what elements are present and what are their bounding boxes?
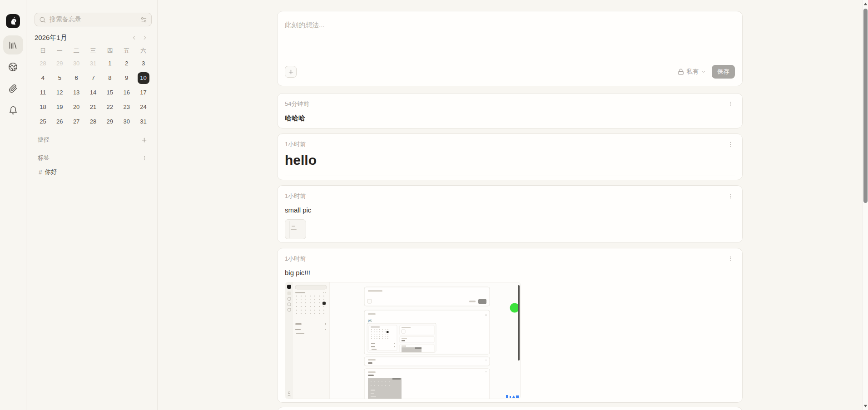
calendar-day[interactable]: 29 (101, 116, 118, 128)
calendar-day[interactable]: 9 (118, 72, 135, 84)
tag-item[interactable]: # 你好 (35, 168, 152, 176)
calendar-day[interactable]: 16 (118, 87, 135, 99)
calendar-next-button[interactable] (141, 34, 149, 42)
calendar-day[interactable]: 22 (101, 101, 118, 113)
calendar-day[interactable]: 21 (85, 101, 102, 113)
memo-image-small[interactable] (285, 219, 306, 239)
search-input[interactable]: 搜索备忘录 (35, 13, 152, 26)
calendar-day[interactable]: 18 (35, 101, 51, 113)
memo-timestamp: 1小时前 (285, 140, 306, 148)
scrollbar-thumb[interactable] (863, 9, 868, 203)
calendar-day[interactable]: 25 (35, 116, 51, 128)
add-shortcut-button[interactable] (141, 137, 148, 143)
calendar-weekday: 日 (35, 45, 51, 56)
scrollbar-down-arrow[interactable] (863, 404, 868, 408)
bell-icon (9, 106, 18, 115)
memo-timestamp: 1小时前 (285, 255, 306, 263)
sidebar-item-attachments[interactable] (3, 79, 23, 98)
calendar-day[interactable]: 12 (51, 87, 68, 99)
composer-input[interactable]: 此刻的想法... (285, 21, 735, 30)
calendar-day[interactable]: 14 (85, 87, 102, 99)
search-placeholder: 搜索备忘录 (50, 15, 137, 24)
tags-menu-button[interactable] (141, 155, 148, 161)
calendar-day[interactable]: 31 (85, 58, 102, 69)
calendar-weekday: 一 (51, 45, 68, 56)
calendar-day[interactable]: 17 (135, 87, 152, 99)
calendar-title: 2026年1月 (35, 34, 67, 42)
calendar-weekday: 四 (101, 45, 118, 56)
library-icon (8, 40, 18, 50)
nav-rail (0, 0, 26, 410)
calendar-day[interactable]: 20 (68, 101, 85, 113)
chevron-down-icon (701, 69, 706, 74)
calendar-day[interactable]: 30 (118, 116, 135, 128)
memo-menu-button[interactable] (726, 192, 735, 201)
rail-nav (3, 35, 23, 120)
calendar-weekdays: 日一二三四五六 (35, 45, 152, 56)
memo-menu-button[interactable] (726, 254, 735, 263)
memo-composer: 此刻的想法... 私有 保存 (277, 11, 743, 86)
calendar-day[interactable]: 29 (51, 58, 68, 69)
memo-menu-button[interactable] (726, 99, 735, 109)
calendar-prev-button[interactable] (130, 34, 138, 42)
calendar-day[interactable]: 28 (85, 116, 102, 128)
sidebar: 搜索备忘录 2026年1月 日一二三四五六 282930311234567891… (26, 0, 158, 410)
tags-section: 标签 (35, 152, 152, 164)
memo-image-big-content: pic (285, 282, 521, 399)
avatar[interactable] (6, 14, 20, 28)
memo-card: 1小时前 hello (277, 133, 743, 180)
divider (285, 176, 735, 176)
memos-logo-icon (8, 16, 18, 26)
memo-content: 哈哈哈 (285, 114, 735, 123)
calendar-day[interactable]: 19 (51, 101, 68, 113)
calendar-day[interactable]: 15 (101, 87, 118, 99)
calendar-grid: 2829303112345678910111213141516171819202… (35, 58, 152, 128)
calendar-weekday: 五 (118, 45, 135, 56)
tag-label: 你好 (45, 168, 57, 176)
calendar-weekday: 六 (135, 45, 152, 56)
calendar-day[interactable]: 28 (35, 58, 51, 69)
calendar-day[interactable]: 3 (135, 58, 152, 69)
shortcuts-label: 捷径 (38, 136, 50, 144)
calendar-day[interactable]: 31 (135, 116, 152, 128)
memo-card: 1小时前 small pic (277, 185, 743, 243)
visibility-dropdown[interactable]: 私有 (678, 68, 706, 76)
calendar-day[interactable]: 7 (85, 72, 102, 84)
memo-card-partial (277, 407, 743, 410)
sidebar-item-explore[interactable] (3, 57, 23, 76)
calendar-weekday: 三 (85, 45, 102, 56)
calendar-day[interactable]: 6 (68, 72, 85, 84)
calendar-day[interactable]: 2 (118, 58, 135, 69)
memo-image-big[interactable]: pic (285, 282, 521, 399)
calendar-day[interactable]: 11 (35, 87, 51, 99)
add-attachment-button[interactable] (285, 66, 297, 78)
save-button[interactable]: 保存 (712, 65, 735, 79)
sidebar-item-memos[interactable] (3, 35, 23, 54)
calendar-day[interactable]: 10 (135, 72, 152, 84)
shortcuts-section: 捷径 (35, 134, 152, 146)
calendar-weekday: 二 (68, 45, 85, 56)
memo-timestamp: 54分钟前 (285, 100, 309, 108)
sidebar-item-notifications[interactable] (3, 101, 23, 120)
search-filter-icon[interactable] (140, 16, 147, 23)
visibility-label: 私有 (686, 68, 699, 76)
calendar-day[interactable]: 23 (118, 101, 135, 113)
memo-card: 1小时前 big pic!!! (277, 248, 743, 403)
calendar-day[interactable]: 5 (51, 72, 68, 84)
memo-menu-button[interactable] (726, 140, 735, 149)
calendar-day[interactable]: 26 (51, 116, 68, 128)
memo-heading: hello (285, 153, 735, 168)
calendar-day[interactable]: 30 (68, 58, 85, 69)
calendar-day[interactable]: 27 (68, 116, 85, 128)
scrollbar-up-arrow[interactable] (863, 2, 868, 6)
tags-label: 标签 (38, 154, 50, 162)
memo-content: big pic!!! (285, 269, 735, 277)
hash-icon: # (39, 169, 42, 176)
calendar-day[interactable]: 24 (135, 101, 152, 113)
scrollbar[interactable] (862, 0, 868, 410)
calendar: 2026年1月 日一二三四五六 282930311234567891011121… (35, 32, 152, 128)
calendar-day[interactable]: 4 (35, 72, 51, 84)
calendar-day[interactable]: 1 (101, 58, 118, 69)
calendar-day[interactable]: 13 (68, 87, 85, 99)
calendar-day[interactable]: 8 (101, 72, 118, 84)
